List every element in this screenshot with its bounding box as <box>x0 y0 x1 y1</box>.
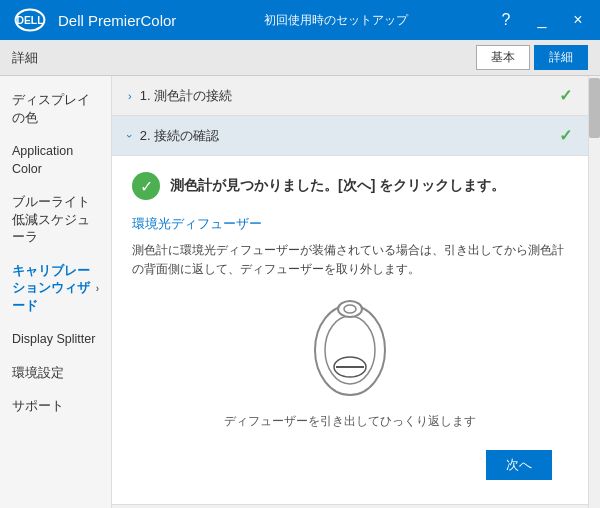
step2-header[interactable]: › 2. 接続の確認 ✓ <box>112 116 588 156</box>
step1-title: 1. 測色計の接続 <box>140 87 232 105</box>
detail-button[interactable]: 詳細 <box>534 45 588 70</box>
step2-content: ✓ 測色計が見つかりました。[次へ] をクリックします。 環境光ディフューザー … <box>112 156 588 505</box>
main-layout: ディスプレイの色 Application Color ブルーライト低減スケジュー… <box>0 76 600 508</box>
sidebar: ディスプレイの色 Application Color ブルーライト低減スケジュー… <box>0 76 112 508</box>
basic-button[interactable]: 基本 <box>476 45 530 70</box>
sidebar-item-label-calibration-wizard: キャリブレーションウィザード <box>12 263 96 316</box>
title-bar-left: DELL Dell PremierColor <box>12 6 176 34</box>
content-with-scroll: › 1. 測色計の接続 ✓ › 2. 接続の確認 ✓ <box>112 76 600 508</box>
step2-chevron-icon: › <box>124 134 136 138</box>
chevron-right-icon: › <box>96 282 99 296</box>
toolbar-buttons: 基本 詳細 <box>476 45 588 70</box>
step2-title: 2. 接続の確認 <box>140 127 219 145</box>
diffuser-caption: ディフューザーを引き出してひっくり返します <box>224 413 476 430</box>
step2-success-text: 測色計が見つかりました。[次へ] をクリックします。 <box>170 177 505 195</box>
toolbar-label: 詳細 <box>12 49 38 67</box>
sidebar-item-support[interactable]: サポート <box>0 390 111 424</box>
sidebar-item-label-environment: 環境設定 <box>12 365 64 383</box>
sidebar-item-display-splitter[interactable]: Display Splitter <box>0 323 111 357</box>
dell-logo: DELL <box>12 6 48 34</box>
help-icon[interactable]: ? <box>496 11 516 29</box>
minimize-icon[interactable]: _ <box>532 11 552 29</box>
scrollbar-thumb[interactable] <box>589 78 600 138</box>
title-bar: DELL Dell PremierColor 初回使用時のセットアップ ? _ … <box>0 0 600 40</box>
sidebar-item-calibration-wizard[interactable]: キャリブレーションウィザード › <box>0 255 111 324</box>
sidebar-item-application-color[interactable]: Application Color <box>0 135 111 186</box>
toolbar: 詳細 基本 詳細 <box>0 40 600 76</box>
sidebar-item-environment[interactable]: 環境設定 <box>0 357 111 391</box>
step1-chevron-icon: › <box>128 90 132 102</box>
diffuser-illustration <box>300 295 400 405</box>
setup-label: 初回使用時のセットアップ <box>264 12 408 29</box>
step1-header[interactable]: › 1. 測色計の接続 ✓ <box>112 76 588 116</box>
diffuser-title: 環境光ディフューザー <box>132 216 568 233</box>
next-button[interactable]: 次へ <box>486 450 552 480</box>
sidebar-item-label-support: サポート <box>12 398 64 416</box>
step2-header-left: › 2. 接続の確認 <box>128 127 219 145</box>
step1-header-left: › 1. 測色計の接続 <box>128 87 232 105</box>
step2-success: ✓ 測色計が見つかりました。[次へ] をクリックします。 <box>132 172 568 200</box>
sidebar-item-display-color[interactable]: ディスプレイの色 <box>0 84 111 135</box>
app-title: Dell PremierColor <box>58 12 176 29</box>
content-area: › 1. 測色計の接続 ✓ › 2. 接続の確認 ✓ <box>112 76 600 508</box>
diffuser-desc: 測色計に環境光ディフューザーが装備されている場合は、引き出してから測色計の背面側… <box>132 241 568 279</box>
sidebar-item-label-display-splitter: Display Splitter <box>12 331 95 349</box>
step1-status-icon: ✓ <box>559 86 572 105</box>
scrollbar[interactable] <box>588 76 600 508</box>
sidebar-item-label-application-color: Application Color <box>12 143 99 178</box>
sidebar-item-label-display-color: ディスプレイの色 <box>12 92 99 127</box>
sidebar-item-label-bluelight: ブルーライト低減スケジューラ <box>12 194 99 247</box>
title-bar-controls: ? _ × <box>496 11 588 29</box>
diffuser-section: 環境光ディフューザー 測色計に環境光ディフューザーが装備されている場合は、引き出… <box>132 216 568 430</box>
close-icon[interactable]: × <box>568 11 588 29</box>
success-check-icon: ✓ <box>132 172 160 200</box>
sidebar-item-bluelight[interactable]: ブルーライト低減スケジューラ <box>0 186 111 255</box>
step2-status-icon: ✓ <box>559 126 572 145</box>
svg-text:DELL: DELL <box>16 15 44 26</box>
diffuser-image-container: ディフューザーを引き出してひっくり返します <box>132 295 568 430</box>
steps-container: › 1. 測色計の接続 ✓ › 2. 接続の確認 ✓ <box>112 76 588 508</box>
next-btn-row: 次へ <box>132 442 568 488</box>
svg-point-7 <box>344 305 356 313</box>
